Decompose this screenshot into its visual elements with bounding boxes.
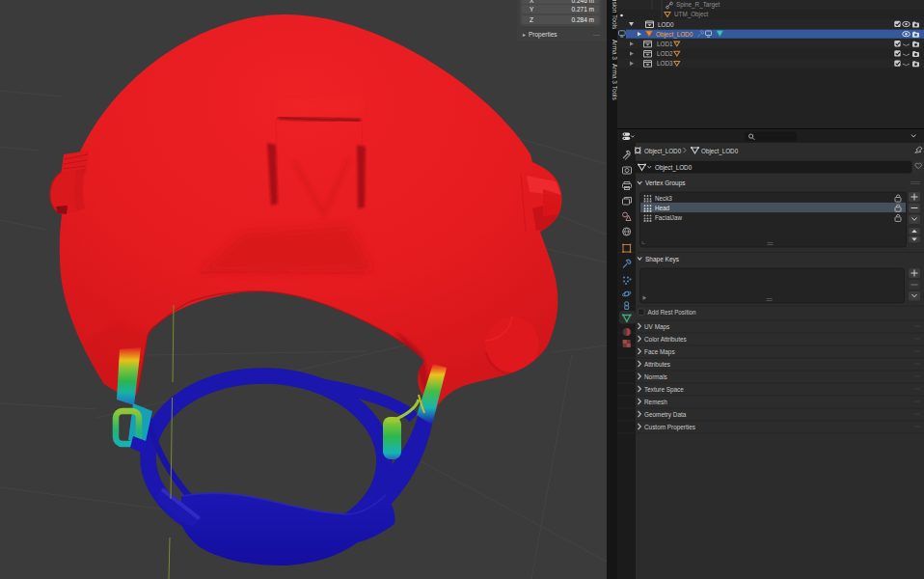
svg-text:Custom Properties: Custom Properties bbox=[644, 424, 695, 431]
svg-text:Head: Head bbox=[655, 205, 670, 211]
svg-text:Vertex Groups: Vertex Groups bbox=[645, 179, 686, 187]
svg-text:Add Rest Position: Add Rest Position bbox=[648, 309, 697, 316]
svg-text:UTM_Object: UTM_Object bbox=[674, 11, 709, 18]
svg-text:Object_LOD0: Object_LOD0 bbox=[655, 164, 693, 172]
svg-text:FacialJaw: FacialJaw bbox=[655, 214, 682, 221]
svg-text:Remesh: Remesh bbox=[644, 399, 667, 405]
svg-text:UV Maps: UV Maps bbox=[644, 323, 669, 331]
svg-text:Shape Keys: Shape Keys bbox=[645, 256, 680, 263]
svg-text:Geometry Data: Geometry Data bbox=[644, 411, 687, 419]
svg-text:Neck3: Neck3 bbox=[655, 195, 672, 202]
svg-text:Spine_R_Target: Spine_R_Target bbox=[676, 1, 720, 9]
svg-text:Face Maps: Face Maps bbox=[644, 348, 675, 356]
svg-text:LOD0: LOD0 bbox=[658, 21, 674, 28]
svg-text:Color Attributes: Color Attributes bbox=[644, 336, 687, 343]
svg-text:LOD1: LOD1 bbox=[657, 41, 673, 47]
svg-text:LOD3: LOD3 bbox=[657, 60, 673, 67]
svg-text:Object_LOD0: Object_LOD0 bbox=[701, 148, 739, 155]
svg-text:Normals: Normals bbox=[644, 373, 667, 380]
svg-text:Attributes: Attributes bbox=[644, 361, 670, 368]
svg-text:Object_LOD0: Object_LOD0 bbox=[656, 31, 693, 39]
svg-text:LOD2: LOD2 bbox=[657, 50, 673, 57]
svg-text:Object_LOD0: Object_LOD0 bbox=[644, 148, 682, 155]
svg-text:Texture Space: Texture Space bbox=[644, 386, 684, 394]
